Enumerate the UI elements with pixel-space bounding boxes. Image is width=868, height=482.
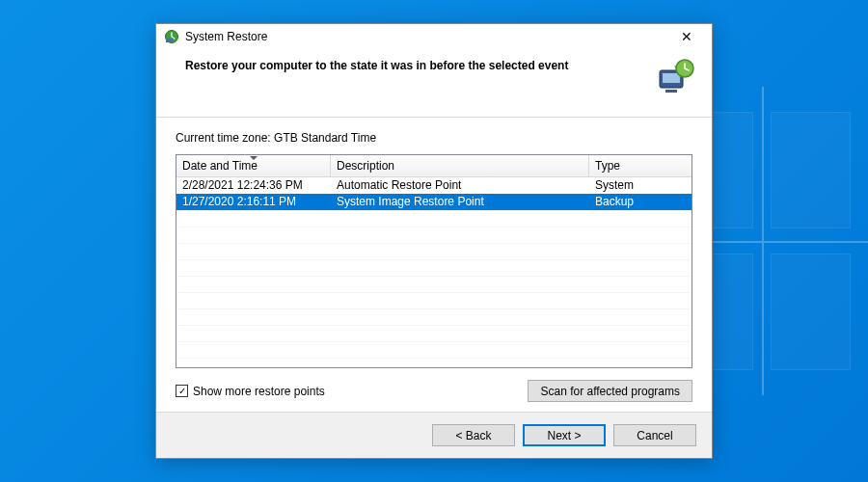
window-title: System Restore <box>185 30 267 43</box>
cell-description: Automatic Restore Point <box>331 177 589 194</box>
cell-type: System <box>589 177 692 194</box>
table-row[interactable]: 1/27/2020 2:16:11 PMSystem Image Restore… <box>176 194 692 210</box>
column-header-label: Type <box>595 159 620 173</box>
options-row: ✓ Show more restore points Scan for affe… <box>176 380 692 402</box>
cell-description: System Image Restore Point <box>331 194 589 210</box>
cell-date: 1/27/2020 2:16:11 PM <box>176 194 331 210</box>
next-button[interactable]: Next > <box>523 424 606 446</box>
sort-descending-icon <box>250 156 258 160</box>
scan-affected-button[interactable]: Scan for affected programs <box>528 380 692 402</box>
table-header: Date and Time Description Type <box>176 155 692 177</box>
close-icon: ✕ <box>681 30 692 43</box>
column-header-description[interactable]: Description <box>331 155 589 177</box>
column-header-date[interactable]: Date and Time <box>176 155 331 177</box>
system-restore-icon <box>164 29 179 44</box>
table-empty-rows <box>176 210 692 368</box>
back-button[interactable]: < Back <box>432 424 515 446</box>
show-more-checkbox[interactable]: ✓ Show more restore points <box>176 385 325 398</box>
cell-type: Backup <box>589 194 692 210</box>
system-restore-window: System Restore ✕ Restore your computer t… <box>155 23 713 459</box>
restore-hero-icon <box>654 57 696 99</box>
table-row[interactable]: 2/28/2021 12:24:36 PMAutomatic Restore P… <box>176 177 692 194</box>
checkbox-icon: ✓ <box>176 385 188 397</box>
wizard-footer: < Back Next > Cancel <box>156 412 712 458</box>
titlebar: System Restore ✕ <box>156 24 712 49</box>
svg-rect-4 <box>665 90 677 93</box>
cell-date: 2/28/2021 12:24:36 PM <box>176 177 331 194</box>
svg-rect-3 <box>663 73 680 83</box>
restore-points-table[interactable]: Date and Time Description Type 2/28/2021… <box>176 154 692 368</box>
column-header-label: Description <box>337 159 394 173</box>
svg-rect-1 <box>166 39 173 42</box>
wizard-body: Current time zone: GTB Standard Time Dat… <box>156 118 712 412</box>
timezone-label: Current time zone: GTB Standard Time <box>176 131 692 145</box>
cancel-button[interactable]: Cancel <box>613 424 696 446</box>
close-button[interactable]: ✕ <box>667 25 706 48</box>
wizard-header: Restore your computer to the state it wa… <box>156 49 712 118</box>
table-body: 2/28/2021 12:24:36 PMAutomatic Restore P… <box>176 177 692 210</box>
checkbox-label: Show more restore points <box>193 385 325 398</box>
column-header-label: Date and Time <box>182 159 258 173</box>
wizard-heading: Restore your computer to the state it wa… <box>185 57 646 72</box>
column-header-type[interactable]: Type <box>589 155 692 177</box>
